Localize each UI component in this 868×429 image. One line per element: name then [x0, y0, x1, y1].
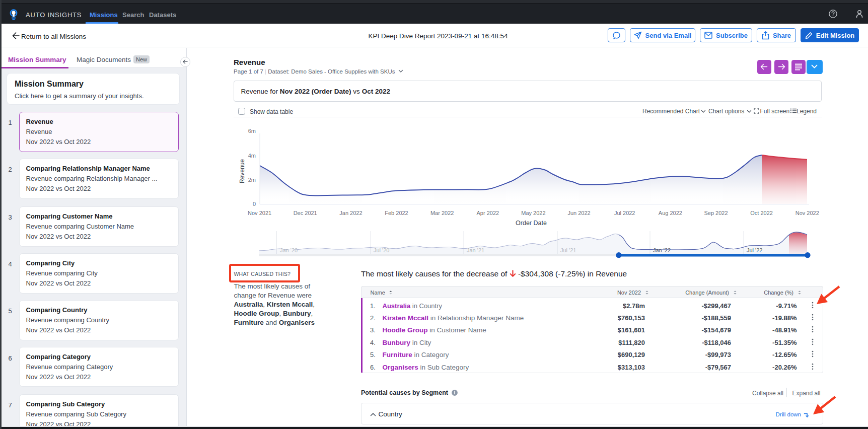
svg-text:Jul '22: Jul '22	[747, 247, 762, 253]
svg-text:2m: 2m	[248, 177, 256, 183]
svg-text:Dec 2021: Dec 2021	[294, 210, 317, 216]
svg-text:4m: 4m	[248, 153, 256, 159]
svg-text:Mar 2022: Mar 2022	[430, 210, 454, 216]
svg-text:Oct 2022: Oct 2022	[750, 210, 773, 216]
svg-text:Jun 2022: Jun 2022	[567, 210, 590, 216]
svg-text:Order Date: Order Date	[516, 220, 547, 227]
svg-text:Feb 2022: Feb 2022	[385, 210, 408, 216]
svg-text:Apr 2022: Apr 2022	[476, 210, 499, 216]
svg-text:Jul '21: Jul '21	[560, 247, 576, 253]
svg-text:Jan '20: Jan '20	[280, 247, 298, 253]
svg-text:0: 0	[253, 201, 256, 207]
svg-text:Jan '21: Jan '21	[467, 247, 484, 253]
svg-text:6m: 6m	[248, 128, 256, 134]
svg-text:Jan '22: Jan '22	[653, 247, 671, 253]
svg-text:Jul '20: Jul '20	[374, 247, 389, 253]
svg-text:Aug 2022: Aug 2022	[659, 210, 682, 216]
svg-text:Revenue: Revenue	[239, 159, 246, 183]
svg-text:Nov 2021: Nov 2021	[248, 210, 271, 216]
svg-text:Nov 2022: Nov 2022	[795, 210, 819, 216]
svg-text:Jan 2022: Jan 2022	[339, 210, 362, 216]
svg-text:Jul 2022: Jul 2022	[614, 210, 635, 216]
svg-text:Sep 2022: Sep 2022	[704, 210, 728, 216]
svg-text:May 2022: May 2022	[521, 210, 545, 216]
